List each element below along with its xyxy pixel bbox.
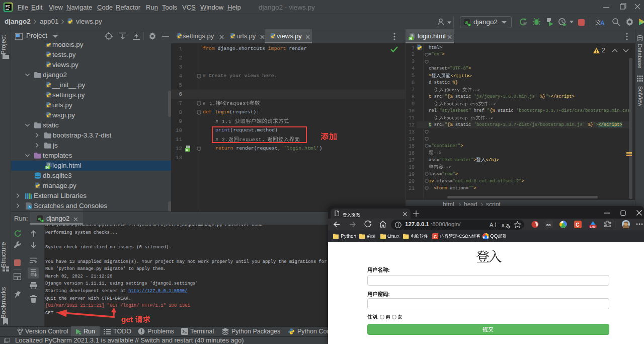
svg-text:1.00: 1.00 [590,225,596,228]
svg-text:H: H [186,149,188,152]
svg-text:dj: dj [465,20,468,25]
svg-text:C: C [576,222,579,228]
svg-text:H: H [46,166,49,169]
svg-text:oo: oo [546,223,551,227]
svg-text:dj: dj [38,217,41,221]
svg-text:PC: PC [6,5,10,8]
svg-text:C: C [434,234,437,239]
svg-text:H: H [410,37,412,40]
svg-text:A: A [490,222,494,228]
